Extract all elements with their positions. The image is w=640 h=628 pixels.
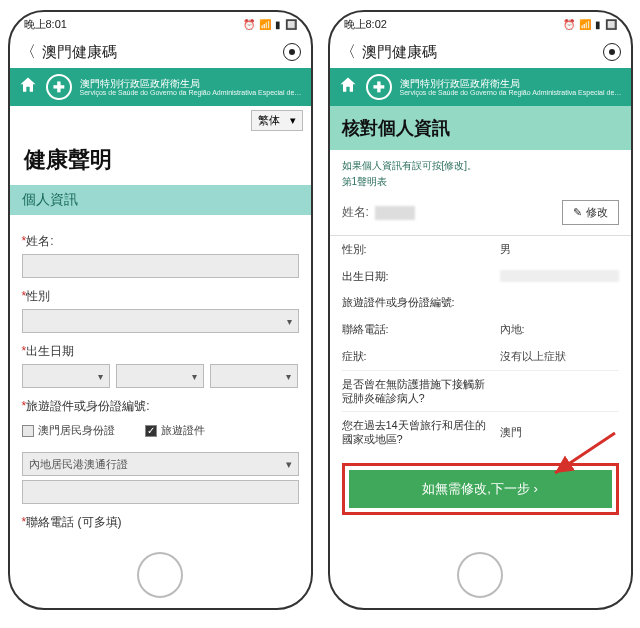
- health-badge-icon: ✚: [46, 74, 72, 100]
- agency-text: 澳門特別行政區政府衛生局 Serviços de Saúde do Govern…: [400, 78, 622, 97]
- next-step-highlight: 如無需修改,下一步 ›: [342, 463, 619, 515]
- lang-bar: 繁体 ▾: [10, 106, 311, 135]
- hint-text: 如果個人資訊有誤可按[修改]。 第1聲明表: [330, 150, 631, 190]
- doc-type-checks: 澳門居民身份證 ✓ 旅遊證件: [22, 423, 299, 438]
- signal-icon: ▮: [275, 19, 281, 30]
- home-button[interactable]: [457, 552, 503, 598]
- value-name-redacted: [375, 206, 415, 220]
- phone-right: 晚上8:02 ⏰ 📶 ▮ 🔲 〈 澳門健康碼 ✚ 澳門特別行政區政府衛生局 Se…: [328, 10, 633, 610]
- nav-title: 澳門健康碼: [362, 43, 437, 62]
- label-doc: *旅遊證件或身份證編號:: [22, 398, 299, 415]
- edit-button[interactable]: ✎ 修改: [562, 200, 619, 225]
- row-contact: 是否曾在無防護措施下接觸新冠肺炎確診病人?: [342, 370, 619, 412]
- label-name: 姓名:: [342, 204, 369, 221]
- battery-icon: 🔲: [285, 19, 297, 30]
- name-row: 姓名: ✎ 修改: [330, 190, 631, 235]
- wifi-icon: 📶: [579, 19, 591, 30]
- row-doc: 旅遊證件或身份證編號:: [342, 289, 619, 315]
- health-badge-icon: ✚: [366, 74, 392, 100]
- label-gender: *性別: [22, 288, 299, 305]
- input-name[interactable]: [22, 254, 299, 278]
- agency-text: 澳門特別行政區政府衛生局 Serviços de Saúde do Govern…: [80, 78, 302, 97]
- nav-back[interactable]: 〈 澳門健康碼: [20, 42, 117, 63]
- checkbox-icon: [22, 425, 34, 437]
- page-heading: 健康聲明: [10, 135, 311, 185]
- next-step-button[interactable]: 如無需修改,下一步 ›: [349, 470, 612, 508]
- label-name: *姓名:: [22, 233, 299, 250]
- checkbox-checked-icon: ✓: [145, 425, 157, 437]
- row-travel-history: 您在過去14天曾旅行和居住的國家或地區? 澳門: [342, 411, 619, 453]
- home-icon[interactable]: [338, 75, 358, 100]
- pencil-icon: ✎: [573, 206, 582, 219]
- select-doc-type[interactable]: 內地居民港澳通行證▾: [22, 452, 299, 476]
- select-dob-year[interactable]: ▾: [22, 364, 110, 388]
- status-icons: ⏰ 📶 ▮ 🔲: [563, 19, 617, 30]
- chevron-down-icon: ▾: [290, 114, 296, 127]
- status-bar: 晚上8:02 ⏰ 📶 ▮ 🔲: [330, 12, 631, 36]
- status-icons: ⏰ 📶 ▮ 🔲: [243, 19, 297, 30]
- label-phone: *聯絡電話 (可多填): [22, 514, 299, 531]
- chevron-down-icon: ▾: [286, 458, 292, 471]
- verify-heading: 核對個人資訊: [330, 106, 631, 150]
- nav-bar: 〈 澳門健康碼: [330, 36, 631, 68]
- value-dob-redacted: [500, 270, 619, 282]
- status-time: 晚上8:01: [24, 17, 67, 32]
- label-dob: *出生日期: [22, 343, 299, 360]
- battery-icon: 🔲: [605, 19, 617, 30]
- chevron-left-icon: 〈: [340, 42, 356, 63]
- check-travel-doc[interactable]: ✓ 旅遊證件: [145, 423, 205, 438]
- row-dob: 出生日期:: [342, 263, 619, 289]
- row-symptoms: 症狀: 沒有以上症狀: [342, 343, 619, 370]
- nav-back[interactable]: 〈 澳門健康碼: [340, 42, 437, 63]
- agency-bar: ✚ 澳門特別行政區政府衛生局 Serviços de Saúde do Gove…: [10, 68, 311, 106]
- target-icon[interactable]: [603, 43, 621, 61]
- phone-left: 晚上8:01 ⏰ 📶 ▮ 🔲 〈 澳門健康碼 ✚ 澳門特別行政區政府衛生局 Se…: [8, 10, 313, 610]
- info-table: 性別: 男 出生日期: 旅遊證件或身份證編號: 聯絡電話: 內地: 症狀: 沒有…: [330, 235, 631, 453]
- section-personal-info: 個人資訊: [10, 185, 311, 215]
- select-dob-month[interactable]: ▾: [116, 364, 204, 388]
- select-gender[interactable]: ▾: [22, 309, 299, 333]
- language-select[interactable]: 繁体 ▾: [251, 110, 303, 131]
- home-button[interactable]: [137, 552, 183, 598]
- target-icon[interactable]: [283, 43, 301, 61]
- alarm-icon: ⏰: [563, 19, 575, 30]
- form-body: *姓名: *性別 ▾ *出生日期 ▾ ▾ ▾ *旅遊證件或身份證編號: 澳門居民…: [10, 215, 311, 608]
- wifi-icon: 📶: [259, 19, 271, 30]
- status-bar: 晚上8:01 ⏰ 📶 ▮ 🔲: [10, 12, 311, 36]
- row-phone: 聯絡電話: 內地:: [342, 316, 619, 343]
- input-doc-number[interactable]: [22, 480, 299, 504]
- check-resident-id[interactable]: 澳門居民身份證: [22, 423, 115, 438]
- home-icon[interactable]: [18, 75, 38, 100]
- alarm-icon: ⏰: [243, 19, 255, 30]
- select-dob-day[interactable]: ▾: [210, 364, 298, 388]
- agency-bar: ✚ 澳門特別行政區政府衛生局 Serviços de Saúde do Gove…: [330, 68, 631, 106]
- status-time: 晚上8:02: [344, 17, 387, 32]
- row-gender: 性別: 男: [342, 236, 619, 263]
- nav-bar: 〈 澳門健康碼: [10, 36, 311, 68]
- chevron-left-icon: 〈: [20, 42, 36, 63]
- nav-title: 澳門健康碼: [42, 43, 117, 62]
- signal-icon: ▮: [595, 19, 601, 30]
